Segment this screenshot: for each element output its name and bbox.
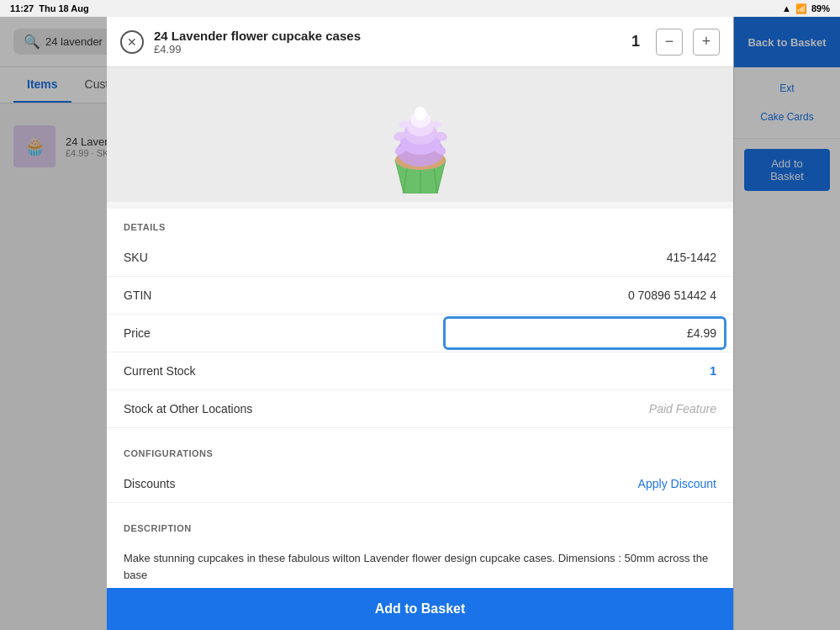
- modal-footer-label: Add to Basket: [375, 601, 466, 617]
- signal-icon: ▲: [782, 3, 791, 13]
- gtin-label: GTIN: [124, 289, 151, 302]
- modal-close-button[interactable]: ✕: [120, 30, 144, 54]
- quantity-display: 1: [626, 33, 646, 50]
- modal-content: DETAILS SKU 415-1442 GTIN 0 70896 51442 …: [107, 209, 733, 588]
- modal-title-area: 24 Lavender flower cupcake cases £4.99: [154, 29, 615, 56]
- configurations-section-header: CONFIGURATIONS: [107, 435, 733, 465]
- modal-add-to-basket-button[interactable]: Add to Basket: [107, 588, 733, 630]
- description-section-header: DESCRIPTION: [107, 510, 733, 540]
- details-section-header: DETAILS: [107, 209, 733, 239]
- modal-product-title: 24 Lavender flower cupcake cases: [154, 29, 615, 43]
- quantity-decrease-button[interactable]: −: [656, 29, 683, 56]
- svg-point-10: [415, 107, 426, 120]
- wifi-icon: 📶: [795, 3, 807, 14]
- battery-label: 89%: [811, 3, 830, 13]
- minus-icon: −: [665, 33, 674, 50]
- product-image: [366, 76, 475, 193]
- product-detail-modal: ✕ 24 Lavender flower cupcake cases £4.99…: [107, 17, 733, 630]
- plus-icon: +: [702, 33, 711, 50]
- price-label: Price: [124, 326, 151, 340]
- discounts-label: Discounts: [124, 477, 175, 490]
- configurations-section: CONFIGURATIONS Discounts Apply Discount: [107, 435, 733, 503]
- details-section: DETAILS SKU 415-1442 GTIN 0 70896 51442 …: [107, 209, 733, 428]
- description-section: DESCRIPTION Make stunning cupcakes in th…: [107, 510, 733, 588]
- gtin-row: GTIN 0 70896 51442 4: [107, 277, 733, 315]
- quantity-increase-button[interactable]: +: [693, 29, 720, 56]
- description-text: Make stunning cupcakes in these fabulous…: [107, 540, 733, 588]
- apply-discount-button[interactable]: Apply Discount: [638, 477, 716, 490]
- status-bar: 11:27 Thu 18 Aug ▲ 📶 89%: [0, 0, 840, 17]
- price-value: £4.99: [687, 326, 716, 340]
- current-stock-row: Current Stock 1: [107, 352, 733, 390]
- other-locations-row: Stock at Other Locations Paid Feature: [107, 390, 733, 428]
- quantity-controls: 1 − +: [626, 29, 720, 56]
- current-stock-value: 1: [710, 364, 716, 378]
- discounts-row: Discounts Apply Discount: [107, 465, 733, 503]
- close-icon: ✕: [127, 35, 137, 49]
- sku-value: 415-1442: [667, 251, 716, 264]
- other-locations-label: Stock at Other Locations: [124, 402, 252, 416]
- gtin-value: 0 70896 51442 4: [628, 289, 716, 302]
- price-row: Price £4.99: [107, 315, 733, 352]
- status-time: 11:27 Thu 18 Aug: [10, 3, 89, 13]
- sku-row: SKU 415-1442: [107, 239, 733, 277]
- product-image-area: [107, 67, 733, 202]
- modal-header: ✕ 24 Lavender flower cupcake cases £4.99…: [107, 17, 733, 67]
- modal-product-price: £4.99: [154, 43, 615, 56]
- sku-label: SKU: [124, 251, 148, 264]
- status-right: ▲ 📶 89%: [782, 3, 830, 14]
- current-stock-label: Current Stock: [124, 364, 196, 378]
- other-locations-value: Paid Feature: [649, 402, 716, 416]
